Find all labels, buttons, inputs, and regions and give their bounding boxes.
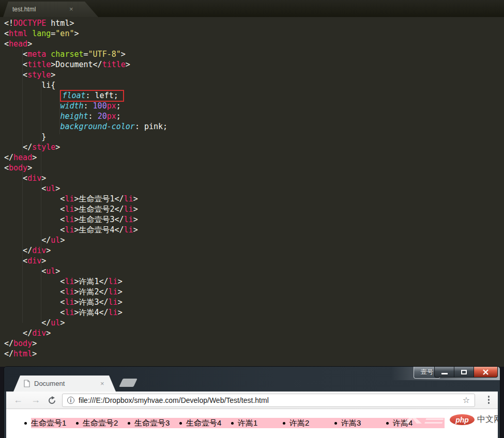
code-line: } — [4, 132, 167, 142]
code-line: <title>Document</title> — [4, 59, 167, 70]
back-icon[interactable]: ← — [13, 394, 23, 406]
code-line: li{ — [4, 80, 167, 90]
code-line: float: left; — [4, 90, 167, 101]
code-line: </div> — [4, 328, 167, 338]
watermark-ghost-shape — [424, 415, 445, 424]
code-line: <div> — [4, 173, 167, 183]
code-line: <style> — [4, 70, 167, 80]
maximize-icon — [461, 370, 467, 374]
code-line: </style> — [4, 142, 167, 152]
list-item: 生命壹号4 — [186, 418, 238, 428]
list-item-label: 生命壹号3 — [134, 418, 170, 427]
browser-body: ← → i ☆ 生命壹号1生命壹号2生命壹号3生命壹号4许嵩1许嵩2许嵩3许嵩4… — [6, 392, 498, 438]
list-item: 许嵩3 — [341, 418, 393, 428]
menu-icon[interactable] — [488, 396, 490, 404]
browser-tab-title: Document — [34, 380, 65, 387]
list-bullet-icon — [283, 422, 285, 425]
code-line: </head> — [4, 152, 167, 163]
list-bullet-icon — [76, 422, 79, 425]
code-line: <li>许嵩1</li> — [4, 276, 167, 287]
code-line: <ul> — [4, 266, 167, 276]
code-line: <!DOCTYPE html> — [4, 18, 167, 28]
code-line: <li>许嵩3</li> — [4, 297, 167, 307]
list-item-label: 生命壹号2 — [83, 418, 118, 427]
php-logo: php — [450, 414, 475, 425]
code-line: height: 20px; — [4, 111, 167, 121]
browser-title-bar: 壹号 Document × — [4, 367, 500, 392]
code-line: <li>生命壹号4</li> — [4, 225, 167, 235]
code-line: </body> — [4, 338, 167, 349]
page-favicon-icon — [24, 380, 30, 387]
site-watermark: php 中文网 — [450, 414, 498, 425]
browser-tab-document[interactable]: Document × — [13, 376, 116, 392]
code-editor: test.html × <!DOCTYPE html><html lang="e… — [0, 0, 504, 367]
editor-tab-close-icon[interactable]: × — [69, 2, 73, 17]
close-button[interactable] — [474, 367, 498, 378]
list-bullet-icon — [24, 422, 27, 425]
list-bullet-icon — [231, 422, 234, 425]
forward-icon[interactable]: → — [31, 394, 40, 406]
list-item-label: 生命壹号1 — [31, 418, 66, 427]
code-line: <li>生命壹号3</li> — [4, 214, 167, 225]
code-line: <meta charset="UTF-8"> — [4, 49, 167, 59]
editor-tab-test-html[interactable]: test.html × — [3, 2, 98, 17]
code-line: <li>生命壹号1</li> — [4, 194, 167, 204]
minimize-button[interactable] — [434, 367, 454, 378]
list-item-label: 许嵩2 — [289, 418, 309, 427]
code-area[interactable]: <!DOCTYPE html><html lang="en"><head> <m… — [4, 18, 167, 359]
float-annotation-box: float: left; — [60, 90, 124, 102]
new-tab-button[interactable] — [119, 379, 137, 387]
code-line: <ul> — [4, 183, 167, 194]
list-bullet-icon — [179, 422, 182, 425]
code-line: </ul> — [4, 235, 167, 245]
browser-toolbar: ← → i ☆ — [6, 392, 498, 409]
window-controls — [434, 367, 498, 378]
code-line: <head> — [4, 39, 167, 49]
editor-tab-bar: test.html × — [0, 0, 504, 17]
code-line: <html lang="en"> — [4, 28, 167, 39]
code-line: </html> — [4, 349, 167, 359]
list-bullet-icon — [128, 422, 130, 425]
list-bullet-icon — [386, 422, 389, 425]
rendered-page: 生命壹号1生命壹号2生命壹号3生命壹号4许嵩1许嵩2许嵩3许嵩4 php 中文网 — [6, 410, 498, 438]
list-item: 生命壹号2 — [83, 418, 134, 428]
code-line: <li>许嵩2</li> — [4, 287, 167, 297]
info-icon[interactable]: i — [67, 397, 74, 404]
list-item: 生命壹号3 — [134, 418, 186, 428]
code-line: </ul> — [4, 318, 167, 328]
code-line: </div> — [4, 245, 167, 256]
list-bullet-icon — [334, 422, 337, 425]
watermark-site-name: 中文网 — [477, 414, 498, 425]
code-line: background-color: pink; — [4, 121, 167, 132]
bookmark-star-icon[interactable]: ☆ — [463, 396, 470, 404]
maximize-button[interactable] — [454, 367, 474, 378]
browser-window: 壹号 Document × ← → — [4, 367, 500, 438]
list-item-label: 许嵩1 — [238, 418, 257, 427]
list-item: 许嵩1 — [238, 418, 289, 428]
list-item: 生命壹号1 — [31, 418, 83, 428]
list-item-label: 许嵩3 — [341, 418, 361, 427]
close-icon — [482, 369, 489, 375]
omnibox[interactable]: i ☆ — [62, 394, 475, 407]
code-line: width: 100px; — [4, 101, 167, 111]
float-row: 生命壹号1生命壹号2生命壹号3生命壹号4许嵩1许嵩2许嵩3许嵩4 — [31, 418, 445, 428]
browser-tab-close-icon[interactable]: × — [100, 376, 104, 392]
reload-icon[interactable] — [48, 396, 56, 408]
list-item: 许嵩2 — [289, 418, 341, 428]
address-bar[interactable] — [79, 396, 463, 404]
code-line: <li>许嵩4</li> — [4, 307, 167, 318]
code-line: <div> — [4, 256, 167, 266]
editor-tab-title: test.html — [12, 6, 36, 13]
code-line: <li>生命壹号2</li> — [4, 204, 167, 214]
minimize-icon — [441, 373, 448, 374]
code-line: <body> — [4, 163, 167, 173]
list-item-label: 生命壹号4 — [186, 418, 221, 427]
